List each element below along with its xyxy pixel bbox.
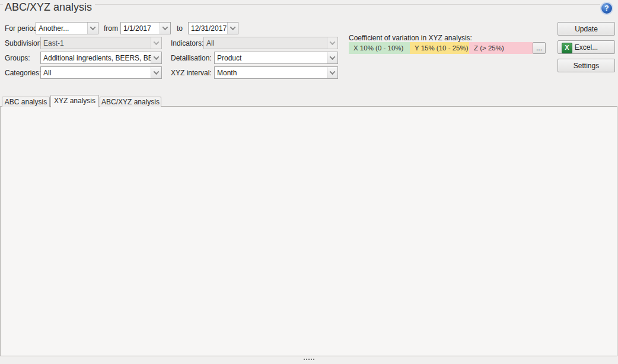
- chevron-down-icon[interactable]: [327, 52, 337, 63]
- groups-value: Additional ingredients, BEERS, BEV...: [41, 54, 151, 62]
- from-label: from: [104, 24, 118, 33]
- chevron-down-icon[interactable]: [327, 67, 337, 78]
- chevron-down-icon[interactable]: [151, 52, 161, 63]
- xyz-analysis-panel: [0, 106, 617, 356]
- date-from-select[interactable]: 1/1/2017: [120, 22, 171, 34]
- for-period-select[interactable]: Another...: [36, 22, 98, 34]
- legend-swatch-x: X 10% (0 - 10%): [349, 42, 410, 54]
- date-from-value: 1/1/2017: [121, 24, 160, 33]
- excel-button-label: Excel...: [575, 43, 598, 52]
- excel-button[interactable]: X Excel...: [558, 40, 615, 54]
- chevron-down-icon[interactable]: [87, 23, 98, 34]
- update-button[interactable]: Update: [558, 22, 615, 36]
- for-period-value: Another...: [36, 24, 87, 33]
- groups-select[interactable]: Additional ingredients, BEERS, BEV...: [40, 52, 162, 64]
- tab-xyz-analysis[interactable]: XYZ analysis: [50, 95, 99, 107]
- for-period-label: For period: [5, 24, 37, 33]
- tab-abc-analysis[interactable]: ABC analysis: [2, 97, 50, 107]
- detailisation-value: Product: [215, 54, 327, 62]
- categories-select[interactable]: All: [40, 66, 162, 79]
- xyz-interval-label: XYZ interval:: [171, 69, 212, 77]
- bottom-splitter-handle[interactable]: [304, 358, 314, 360]
- indicators-value: All: [204, 39, 327, 47]
- detailisation-select[interactable]: Product: [214, 52, 338, 64]
- subdivisions-select[interactable]: East-1: [40, 37, 162, 49]
- categories-label: Categories:: [5, 69, 41, 77]
- chevron-down-icon[interactable]: [151, 67, 161, 78]
- detailisation-label: Detailisation:: [171, 54, 212, 62]
- legend-more-button[interactable]: ...: [533, 42, 546, 54]
- groups-label: Groups:: [5, 54, 30, 62]
- indicators-select[interactable]: All: [203, 37, 338, 49]
- indicators-label: Indicators:: [171, 39, 203, 47]
- categories-value: All: [41, 69, 151, 77]
- legend-swatch-z: Z (> 25%): [469, 42, 533, 54]
- legend-title: Coefficient of variation in XYZ analysis…: [349, 34, 472, 42]
- chevron-down-icon[interactable]: [227, 23, 238, 34]
- subdivisions-value: East-1: [41, 39, 151, 47]
- excel-icon: X: [562, 43, 572, 53]
- settings-button[interactable]: Settings: [558, 59, 615, 72]
- groupbox-line: [95, 4, 600, 5]
- chevron-down-icon: [327, 37, 337, 49]
- date-to-select[interactable]: 12/31/2017: [188, 22, 238, 34]
- chevron-down-icon: [151, 37, 161, 49]
- legend-swatch-y: Y 15% (10 - 25%): [410, 42, 469, 54]
- to-label: to: [177, 24, 183, 33]
- chevron-down-icon[interactable]: [160, 23, 170, 34]
- xyz-interval-select[interactable]: Month: [214, 66, 338, 79]
- date-to-value: 12/31/2017: [189, 24, 227, 33]
- help-icon[interactable]: ?: [601, 3, 612, 14]
- tab-abc-xyz-analysis[interactable]: ABC/XYZ analysis: [100, 97, 161, 107]
- groupbox-line: [0, 4, 3, 5]
- page-title: ABC/XYZ analysis: [5, 1, 92, 14]
- xyz-interval-value: Month: [215, 69, 327, 77]
